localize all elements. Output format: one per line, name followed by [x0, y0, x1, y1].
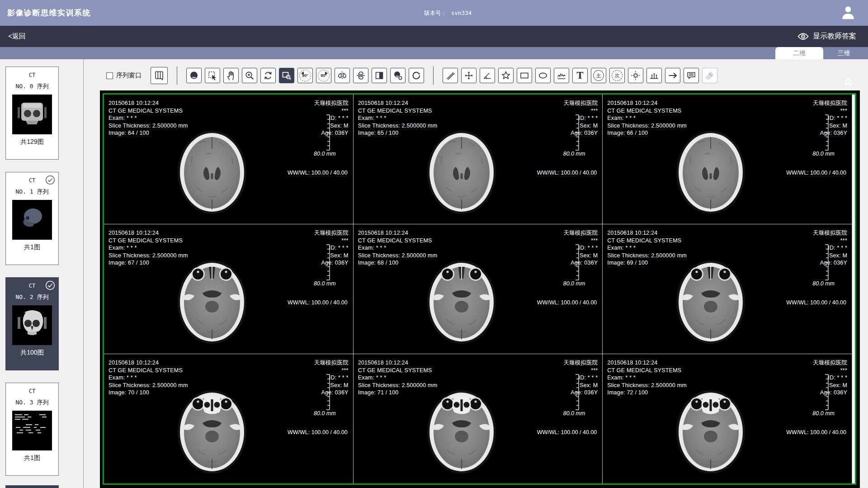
tool-window-level-ball[interactable] [186, 68, 202, 83]
scanner-name: CT GE MEDICAL SYSTEMS [607, 237, 687, 245]
window-level-value: WW/WL: 100.00 / 40.00 [537, 299, 597, 306]
tool-measure-rect[interactable] [517, 68, 532, 83]
viewport-cell[interactable]: 20150618 10:12:24 CT GE MEDICAL SYSTEMS … [354, 95, 603, 224]
tool-zoom-in[interactable] [242, 68, 257, 83]
dicom-info-right: 天堰模拟医院 *** ID: * * * Sex: M Age: 036Y [563, 229, 598, 267]
tool-layout-columns[interactable] [151, 67, 168, 84]
ct-slice-image [425, 258, 498, 345]
profile-mark-icon [649, 70, 660, 81]
series-label: NO. 2 序列 [6, 293, 58, 301]
tool-select-arrow[interactable] [205, 68, 220, 83]
series-card[interactable]: CT NO. 1 序列 共1图 [5, 172, 59, 265]
layout-columns-icon [154, 70, 165, 81]
image-scrollbar[interactable] [852, 95, 855, 483]
ct-slice-image [425, 128, 498, 215]
series-thumbnail [12, 411, 52, 450]
viewport-cell[interactable]: 20150618 10:12:24 CT GE MEDICAL SYSTEMS … [104, 95, 353, 224]
viewport-cell[interactable]: 20150618 10:12:24 CT GE MEDICAL SYSTEMS … [603, 354, 852, 483]
tool-pan-hand[interactable] [223, 68, 239, 83]
exam-field: Exam: * * * [108, 114, 188, 122]
tab-3d[interactable]: 三维 [823, 47, 864, 59]
tool-arrow-tool[interactable] [665, 68, 680, 83]
tool-comment-tool[interactable] [684, 68, 699, 83]
patient-age: Age: 036Y [314, 389, 348, 397]
patient-sex: Sex: M [314, 382, 348, 389]
series-sidebar: CT NO. 0 序列 共129图 CT [0, 59, 84, 488]
patient-id: ID: * * * [563, 244, 598, 252]
window-level-value: WW/WL: 100.00 / 40.00 [786, 299, 846, 306]
patient-sex: Sex: M [563, 252, 598, 260]
exam-field: Exam: * * * [358, 244, 438, 252]
series-window-checkbox[interactable]: 序列窗口 [106, 71, 142, 80]
window-level-value: WW/WL: 100.00 / 40.00 [288, 170, 348, 176]
tool-measure-angle[interactable] [480, 68, 495, 83]
scale-label: 80.0 mm [563, 151, 585, 157]
ct-slice-image [175, 258, 249, 345]
window-level-value: WW/WL: 100.00 / 40.00 [786, 170, 846, 176]
tool-mark-primary[interactable]: 主 [591, 68, 606, 83]
tool-pseudo-color-ball[interactable] [390, 68, 406, 83]
patient-name-masked: *** [314, 367, 348, 374]
window-level-value: WW/WL: 100.00 / 40.00 [786, 429, 846, 436]
tool-invert-gray[interactable] [372, 68, 387, 83]
tool-measure-curve[interactable] [554, 68, 569, 83]
tab-2d[interactable]: 二维 [775, 47, 823, 59]
tool-measure-line[interactable] [443, 68, 458, 83]
tool-center-mark[interactable] [628, 68, 643, 83]
show-teacher-answer-button[interactable]: 显示教师答案 [797, 32, 856, 41]
tool-mark-secondary[interactable]: 次 [609, 68, 625, 83]
series-label: NO. 3 序列 [6, 398, 58, 407]
patient-sex: Sex: M [314, 122, 348, 130]
series-card[interactable]: CT NO. 3 序列 共1图 [5, 383, 59, 476]
viewport-cell[interactable]: 20150618 10:12:24 CT GE MEDICAL SYSTEMS … [104, 354, 353, 483]
app-title: 影像诊断思维实训系统 [7, 8, 91, 18]
zoom-in-icon [244, 70, 255, 81]
collapse-toolbar-button[interactable] [842, 75, 854, 87]
scale-label: 80.0 mm [812, 280, 835, 287]
user-avatar-button[interactable] [840, 5, 856, 21]
viewport-cell[interactable]: 20150618 10:12:24 CT GE MEDICAL SYSTEMS … [354, 224, 603, 354]
ct-slice-image [175, 128, 249, 215]
viewer-toolbar: 序列窗口 90°90°T主次 [106, 65, 868, 86]
tool-measure-star[interactable] [498, 68, 514, 83]
tool-rotate-90-cw[interactable]: 90° [316, 68, 331, 83]
scale-ruler [324, 374, 330, 410]
patient-name-masked: *** [813, 107, 847, 115]
series-image-count: 共1图 [6, 454, 58, 462]
show-teacher-answer-label: 显示教师答案 [813, 32, 856, 41]
tool-text-tool[interactable]: T [572, 68, 588, 83]
content-area: CT NO. 0 序列 共129图 CT [0, 59, 868, 488]
series-card[interactable]: CT NO. 2 序列 共100图 [5, 277, 59, 370]
patient-sex: Sex: M [813, 252, 847, 260]
tool-rotate-90-ccw[interactable]: 90° [297, 68, 313, 83]
acquisition-datetime: 20150618 10:12:24 [108, 99, 188, 107]
view-mode-tabstrip: 二维 三维 [0, 47, 868, 59]
mark-primary-glyph: 主 [593, 70, 604, 81]
viewport-cell[interactable]: 20150618 10:12:24 CT GE MEDICAL SYSTEMS … [104, 224, 353, 354]
scale-label: 80.0 mm [314, 410, 336, 417]
patient-sex: Sex: M [563, 382, 598, 389]
series-card[interactable]: CT NO. 0 序列 共129图 [5, 66, 59, 160]
tool-measure-cross[interactable] [461, 68, 476, 83]
tool-rotate-arrows[interactable] [260, 68, 276, 83]
dicom-info-right: 天堰模拟医院 *** ID: * * * Sex: M Age: 036Y [813, 99, 847, 137]
mark-secondary-glyph: 次 [612, 70, 623, 81]
patient-age: Age: 036Y [563, 389, 598, 397]
viewport-cell[interactable]: 20150618 10:12:24 CT GE MEDICAL SYSTEMS … [603, 95, 852, 224]
tool-flip-vertical[interactable] [353, 68, 368, 83]
viewer-main: 序列窗口 90°90°T主次 20150618 10:12:24 CT GE M… [84, 59, 868, 488]
ct-slice-image [674, 258, 747, 345]
tool-profile-mark[interactable] [646, 68, 662, 83]
tool-reset-view[interactable] [409, 68, 424, 83]
tool-eraser-tool[interactable] [702, 68, 717, 83]
back-button[interactable]: <返回 [8, 32, 26, 41]
tool-flip-horizontal[interactable] [335, 68, 350, 83]
tool-zoom-region[interactable] [279, 68, 294, 83]
viewport-cell[interactable]: 20150618 10:12:24 CT GE MEDICAL SYSTEMS … [354, 354, 603, 483]
partially-visible-series-card[interactable] [5, 485, 59, 488]
flip-horizontal-icon [337, 70, 348, 81]
viewport-cell[interactable]: 20150618 10:12:24 CT GE MEDICAL SYSTEMS … [603, 224, 852, 354]
patient-age: Age: 036Y [563, 259, 598, 267]
tool-measure-ellipse[interactable] [535, 68, 551, 83]
hospital-name: 天堰模拟医院 [563, 99, 598, 107]
